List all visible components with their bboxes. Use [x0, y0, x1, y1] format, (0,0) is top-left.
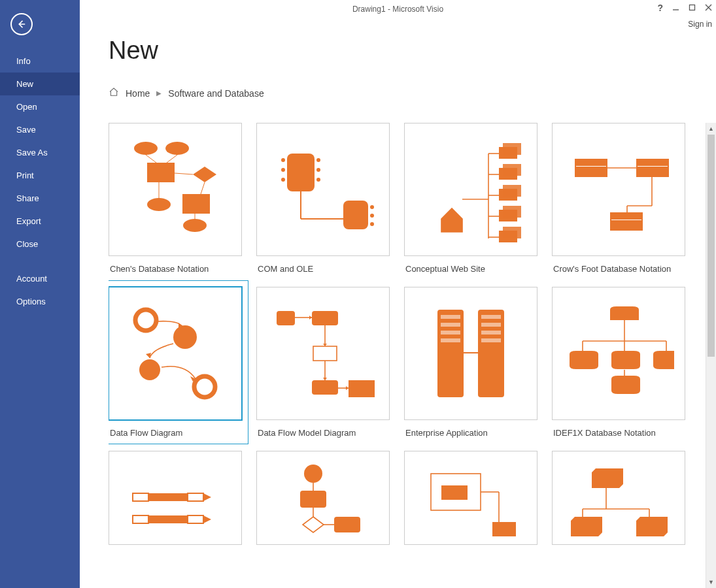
- svg-marker-104: [303, 517, 324, 532]
- maximize-button[interactable]: [689, 3, 696, 13]
- svg-line-11: [175, 173, 193, 174]
- template-thumbnail: [109, 451, 242, 545]
- template-data-flow-model-diagram[interactable]: Data Flow Model Diagram: [256, 287, 390, 438]
- scroll-up-button[interactable]: ▲: [706, 123, 716, 135]
- gallery-scrollbar[interactable]: ▲ ▼: [706, 123, 716, 588]
- template-enterprise-application[interactable]: Enterprise Application: [404, 287, 537, 438]
- nav-options[interactable]: Options: [0, 290, 80, 313]
- nav-print[interactable]: Print: [0, 164, 80, 187]
- nav-save-as[interactable]: Save As: [0, 141, 80, 164]
- svg-point-27: [370, 222, 374, 226]
- svg-point-26: [370, 214, 374, 218]
- svg-rect-44: [503, 227, 521, 238]
- svg-point-8: [183, 219, 207, 232]
- nav-account[interactable]: Account: [0, 267, 80, 290]
- template-thumbnail: [552, 287, 685, 420]
- home-icon: [109, 87, 119, 99]
- template-thumbnail: [256, 123, 390, 256]
- template-crows-foot-database-notation[interactable]: Crow's Foot Database Notation: [552, 123, 685, 274]
- template-row3-c[interactable]: [404, 451, 537, 545]
- chevron-right-icon: ▶: [156, 90, 162, 97]
- template-label: Data Flow Model Diagram: [256, 428, 390, 438]
- template-thumbnail: [256, 287, 390, 420]
- template-idef1x-database-notation[interactable]: IDEF1X Database Notation: [552, 287, 685, 438]
- dfmd-icon: [267, 298, 379, 409]
- close-button[interactable]: [705, 3, 712, 13]
- orm-icon: [563, 459, 674, 538]
- template-chens-database-notation[interactable]: Chen's Database Notation: [109, 123, 242, 274]
- svg-point-21: [316, 178, 320, 182]
- page-title: New: [109, 37, 716, 65]
- scroll-down-button[interactable]: ▼: [706, 576, 716, 588]
- svg-rect-77: [441, 323, 460, 327]
- svg-rect-36: [503, 143, 521, 155]
- main-panel: Drawing1 - Microsoft Visio ? Sign in New: [80, 0, 716, 588]
- nav-new[interactable]: New: [0, 73, 80, 95]
- svg-rect-96: [133, 515, 148, 523]
- svg-rect-63: [312, 311, 338, 325]
- svg-line-10: [167, 155, 177, 163]
- svg-rect-64: [313, 346, 337, 361]
- back-button[interactable]: [10, 13, 33, 35]
- svg-point-58: [194, 376, 215, 397]
- svg-point-3: [165, 142, 189, 155]
- svg-line-12: [201, 182, 205, 194]
- svg-rect-50: [611, 220, 641, 220]
- svg-rect-82: [481, 323, 501, 327]
- maximize-icon: [689, 4, 696, 11]
- template-data-flow-diagram[interactable]: Data Flow Diagram: [109, 287, 242, 438]
- itil-icon: [120, 459, 231, 538]
- svg-rect-45: [575, 159, 607, 177]
- idef1x-icon: [563, 298, 674, 409]
- template-row3-b[interactable]: [256, 451, 390, 545]
- svg-rect-38: [503, 164, 521, 176]
- template-label: Chen's Database Notation: [109, 264, 242, 274]
- close-icon: [705, 4, 712, 11]
- svg-rect-42: [503, 206, 521, 218]
- servers-icon: [415, 298, 526, 409]
- svg-rect-15: [287, 154, 315, 191]
- nav-export[interactable]: Export: [0, 210, 80, 233]
- scroll-thumb[interactable]: [707, 135, 715, 357]
- help-button[interactable]: ?: [657, 3, 663, 13]
- svg-marker-95: [203, 493, 211, 501]
- backstage-sidebar: Info New Open Save Save As Print Share E…: [0, 0, 80, 588]
- svg-rect-24: [343, 201, 368, 229]
- svg-marker-99: [203, 515, 211, 523]
- nav-info[interactable]: Info: [0, 50, 80, 73]
- template-row3-d[interactable]: [552, 451, 685, 545]
- template-gallery: Chen's Database Notation: [109, 123, 716, 558]
- jackson-icon: [267, 459, 379, 538]
- svg-marker-5: [193, 167, 216, 182]
- template-label: IDEF1X Database Notation: [552, 428, 685, 438]
- svg-rect-40: [503, 185, 521, 197]
- nav-close[interactable]: Close: [0, 233, 80, 255]
- window-title: Drawing1 - Microsoft Visio: [352, 5, 443, 14]
- nav-share[interactable]: Share: [0, 187, 80, 210]
- svg-rect-98: [188, 515, 203, 523]
- template-label: Enterprise Application: [404, 428, 537, 438]
- svg-rect-4: [147, 163, 175, 182]
- minimize-icon: [672, 4, 679, 11]
- svg-rect-65: [312, 380, 338, 395]
- com-icon: [267, 134, 379, 245]
- svg-rect-66: [349, 380, 375, 397]
- nav-open[interactable]: Open: [0, 95, 80, 118]
- svg-point-57: [139, 359, 160, 380]
- minimize-button[interactable]: [672, 3, 679, 13]
- signin-link[interactable]: Sign in: [688, 20, 712, 29]
- template-row3-a[interactable]: [109, 451, 242, 545]
- svg-rect-94: [188, 493, 203, 501]
- breadcrumb-home[interactable]: Home: [126, 88, 150, 99]
- svg-point-25: [370, 205, 374, 209]
- nav-save[interactable]: Save: [0, 118, 80, 141]
- template-conceptual-web-site[interactable]: Conceptual Web Site: [404, 123, 537, 274]
- svg-rect-83: [481, 331, 501, 335]
- titlebar: Drawing1 - Microsoft Visio ?: [80, 0, 716, 18]
- svg-rect-108: [441, 485, 468, 500]
- svg-rect-7: [182, 194, 210, 214]
- svg-point-2: [134, 142, 158, 155]
- breadcrumb: Home ▶ Software and Database: [109, 87, 716, 99]
- template-com-and-ole[interactable]: COM and OLE: [256, 123, 390, 274]
- svg-point-17: [281, 168, 285, 172]
